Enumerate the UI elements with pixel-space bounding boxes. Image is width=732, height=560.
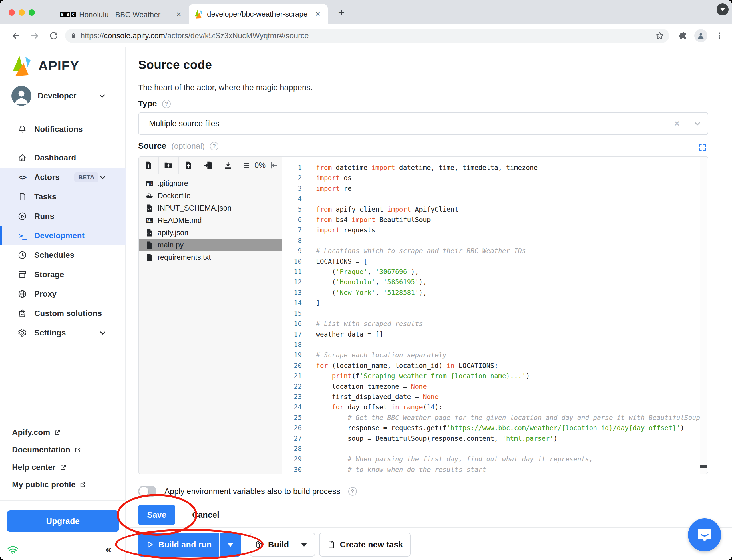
help-icon[interactable]: [162, 100, 171, 108]
sidebar-item-label: Notifications: [34, 125, 107, 134]
save-button[interactable]: Save: [138, 505, 175, 525]
caret-down-icon: [301, 543, 307, 550]
chevron-down-icon[interactable]: [693, 119, 702, 128]
source-type-select[interactable]: Multiple source files: [138, 112, 708, 135]
file-item-apify-json[interactable]: apify.json: [139, 227, 282, 239]
chat-widget-button[interactable]: [688, 518, 721, 551]
close-tab-icon[interactable]: [313, 9, 323, 19]
code-editor[interactable]: 1from datetime import datetime, time, ti…: [282, 157, 708, 474]
build-options-button[interactable]: [294, 533, 315, 557]
sidebar-link-documentation[interactable]: Documentation: [12, 445, 82, 454]
line-number: 16: [282, 319, 302, 329]
import-file-button[interactable]: [199, 157, 219, 174]
browser-tab-bbc-weather[interactable]: Honolulu - BBC Weather: [56, 6, 188, 23]
back-button[interactable]: [9, 29, 23, 43]
download-icon: [224, 161, 233, 170]
browser-profile-button[interactable]: [694, 29, 707, 42]
sidebar-link-help-center[interactable]: Help center: [12, 463, 67, 472]
avatar: [11, 86, 31, 106]
apify-logo[interactable]: APIFY: [11, 54, 79, 77]
new-file-button[interactable]: [139, 157, 159, 174]
upload-file-button[interactable]: [179, 157, 199, 174]
help-icon[interactable]: [348, 487, 357, 496]
codefile-file-icon: [145, 229, 154, 237]
apify-logo-text: APIFY: [38, 58, 79, 74]
build-button[interactable]: Build: [250, 533, 294, 557]
type-label: Type: [138, 99, 157, 108]
account-switcher[interactable]: Developer: [11, 86, 114, 106]
env-variables-toggle[interactable]: [138, 486, 156, 497]
line-number: 13: [282, 287, 302, 298]
reload-button[interactable]: [47, 29, 61, 43]
build-and-run-button[interactable]: Build and run: [138, 533, 219, 557]
sidebar-item-proxy[interactable]: Proxy: [0, 284, 126, 304]
file-item-dockerfile[interactable]: Dockerfile: [139, 190, 282, 202]
sidebar-item-development[interactable]: >_Development: [0, 226, 126, 245]
sidebar-link-apify-com[interactable]: Apify.com: [12, 428, 62, 437]
browser-menu-button[interactable]: [713, 29, 726, 43]
bookmark-star-icon[interactable]: [655, 31, 664, 41]
sidebar-item-custom-solutions[interactable]: Custom solutions: [0, 304, 126, 323]
code-line: 11 ('Prague', '3067696'),: [282, 267, 708, 277]
file-name: README.md: [158, 216, 202, 225]
sidebar-footer: [0, 541, 125, 560]
sidebar-link-my-public-profile[interactable]: My public profile: [12, 480, 87, 489]
file-item-main-py[interactable]: main.py: [139, 239, 282, 251]
clear-selection-icon[interactable]: [674, 119, 680, 128]
puzzle-icon: [678, 31, 688, 41]
sidebar-item-runs[interactable]: Runs: [0, 206, 126, 226]
editor-scrollbar-handle[interactable]: [700, 465, 707, 468]
line-number: 2: [282, 173, 302, 183]
upgrade-button[interactable]: Upgrade: [7, 510, 119, 532]
code-line: 23 first_displayed_date = None: [282, 392, 708, 402]
collapse-file-pane-button[interactable]: [266, 157, 282, 174]
file-item-readme-md[interactable]: M↓README.md: [139, 214, 282, 227]
file-item-input-schema-json[interactable]: INPUT_SCHEMA.json: [139, 202, 282, 214]
sidebar-item-tasks[interactable]: Tasks: [0, 187, 126, 206]
forward-button[interactable]: [28, 29, 42, 43]
tab-strip: Honolulu - BBC Weather developer/bbc-wea…: [0, 0, 732, 24]
collapse-sidebar-button[interactable]: [106, 543, 112, 556]
help-icon[interactable]: [210, 142, 219, 150]
source-type-value: Multiple source files: [149, 119, 219, 128]
fullscreen-icon[interactable]: [698, 143, 707, 152]
create-new-task-button[interactable]: Create new task: [319, 533, 410, 557]
line-number: 3: [282, 183, 302, 194]
terminal-icon: >_: [17, 231, 27, 240]
minimize-window-button[interactable]: [19, 9, 25, 16]
sidebar-item-settings[interactable]: Settings: [0, 323, 126, 343]
browser-tab-apify-console[interactable]: developer/bbc-weather-scrape: [189, 4, 328, 24]
zoom-control[interactable]: 0%: [239, 157, 266, 174]
file-item-gitignore[interactable]: git.gitignore: [139, 177, 282, 190]
docker-file-icon: [145, 192, 154, 200]
code-line: 10LOCATIONS = [: [282, 256, 708, 267]
new-file-icon: [144, 161, 153, 170]
sidebar-item-schedules[interactable]: Schedules: [0, 245, 126, 265]
download-button[interactable]: [219, 157, 239, 174]
address-bar[interactable]: https://console.apify.com/actors/dev/k5t…: [65, 29, 669, 43]
tab-search-button[interactable]: [717, 3, 729, 15]
close-tab-icon[interactable]: [174, 10, 184, 19]
line-number: 24: [282, 402, 302, 412]
sidebar-item-dashboard[interactable]: Dashboard: [0, 148, 126, 168]
window-controls[interactable]: [9, 9, 39, 17]
close-window-button[interactable]: [9, 9, 15, 16]
extensions-button[interactable]: [676, 29, 690, 43]
sidebar-item-storage[interactable]: Storage: [0, 265, 126, 284]
sidebar-divider: [0, 500, 125, 501]
sidebar-item-notifications[interactable]: Notifications: [0, 120, 126, 139]
file-name: requirements.txt: [158, 253, 211, 262]
editor-scrollbar[interactable]: [700, 157, 707, 474]
line-number: 12: [282, 277, 302, 287]
file-item-requirements-txt[interactable]: requirements.txt: [139, 251, 282, 263]
zoom-window-button[interactable]: [29, 9, 35, 16]
new-folder-button[interactable]: [159, 157, 179, 174]
gear-icon: [17, 328, 27, 337]
new-tab-button[interactable]: [334, 5, 349, 20]
upload-file-icon: [184, 161, 193, 170]
cancel-button[interactable]: Cancel: [185, 505, 227, 525]
build-and-run-options-button[interactable]: [219, 533, 241, 557]
code-line: 18: [282, 339, 708, 350]
sidebar-item-actors[interactable]: <>ActorsBETA: [0, 168, 126, 187]
external-link-icon: [60, 464, 67, 471]
